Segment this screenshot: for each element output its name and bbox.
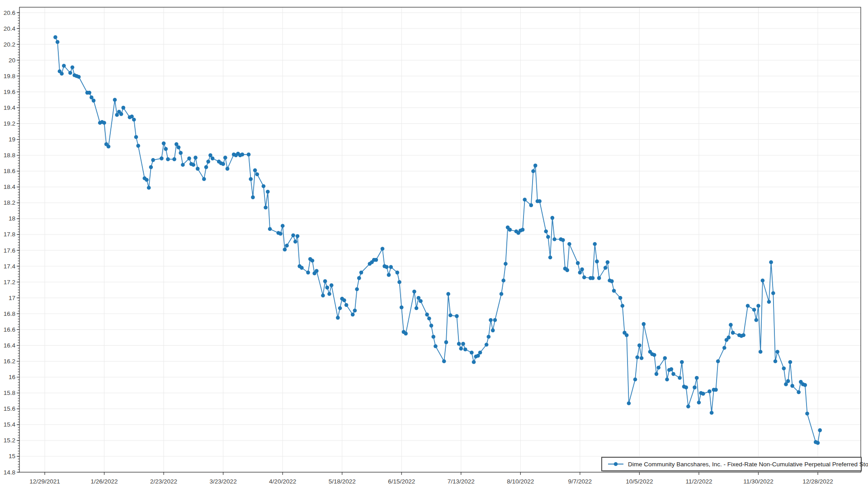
data-point-marker: [172, 157, 176, 161]
data-point-marker: [684, 385, 688, 389]
stock-price-chart-page: 20.620.420.22019.819.619.419.21918.818.6…: [0, 0, 868, 488]
data-point-marker: [531, 169, 535, 173]
x-tick-label: 2/23/2022: [150, 478, 177, 485]
data-point-marker: [752, 308, 756, 312]
data-point-marker: [633, 378, 637, 382]
y-tick-label: 20.4: [4, 25, 16, 32]
data-point-marker: [726, 336, 731, 340]
data-point-marker: [202, 177, 206, 181]
data-point-marker: [149, 165, 153, 169]
x-tick-label: 5/18/2022: [329, 478, 356, 485]
y-tick-label: 17.8: [4, 231, 15, 238]
data-point-marker: [561, 238, 565, 242]
y-tick-label: 15.2: [4, 437, 15, 444]
data-point-marker: [652, 353, 656, 357]
data-point-marker: [714, 388, 718, 392]
data-point-marker: [60, 72, 64, 76]
data-point-marker: [400, 305, 404, 310]
data-point-marker: [604, 266, 608, 270]
x-tick-label: 11/30/2022: [743, 478, 774, 485]
data-point-marker: [175, 142, 179, 146]
x-tick-label: 12/28/2022: [802, 478, 833, 485]
data-point-marker: [508, 228, 512, 232]
y-tick-label: 14.8: [4, 469, 15, 476]
y-tick-label: 19.8: [4, 73, 15, 80]
data-point-marker: [353, 309, 357, 313]
data-point-marker: [164, 147, 168, 151]
price-line-chart[interactable]: 20.620.420.22019.819.619.419.21918.818.6…: [0, 0, 868, 488]
legend-series-label: Dime Community Bancshares, Inc. - Fixed-…: [628, 461, 868, 468]
data-point-marker: [529, 203, 533, 207]
data-point-marker: [606, 260, 610, 264]
data-point-marker: [544, 230, 548, 234]
x-tick-label: 1/26/2022: [91, 478, 118, 485]
data-point-marker: [455, 314, 459, 318]
data-point-marker: [71, 66, 75, 70]
y-tick-label: 15: [9, 453, 15, 460]
data-point-marker: [296, 234, 300, 238]
data-point-marker: [637, 343, 642, 347]
data-point-marker: [429, 324, 434, 328]
data-point-marker: [593, 242, 597, 246]
y-tick-label: 15.8: [4, 389, 15, 396]
data-point-marker: [786, 379, 790, 383]
legend[interactable]: Dime Community Bancshares, Inc. - Fixed-…: [602, 457, 868, 472]
data-point-marker: [552, 237, 557, 241]
x-tick-label: 7/13/2022: [448, 478, 475, 485]
x-tick-label: 3/23/2022: [210, 478, 237, 485]
data-point-marker: [610, 279, 614, 283]
data-point-marker: [771, 291, 775, 295]
data-point-marker: [419, 299, 423, 303]
y-tick-label: 16: [9, 374, 15, 380]
data-point-marker: [769, 260, 773, 264]
data-point-marker: [115, 113, 119, 117]
data-point-marker: [266, 190, 270, 194]
data-point-marker: [145, 178, 149, 182]
data-point-marker: [565, 268, 569, 272]
data-point-marker: [504, 262, 508, 266]
data-point-marker: [761, 278, 765, 282]
data-point-marker: [264, 206, 268, 210]
data-point-marker: [192, 163, 196, 167]
data-point-marker: [621, 304, 625, 308]
data-point-marker: [291, 233, 295, 237]
data-point-marker: [722, 346, 726, 350]
data-point-marker: [448, 314, 453, 318]
data-point-marker: [686, 404, 690, 408]
data-point-marker: [285, 244, 289, 248]
price-line: [56, 37, 820, 443]
y-tick-label: 17.4: [4, 263, 16, 270]
data-point-marker: [68, 71, 72, 75]
x-tick-label: 10/5/2022: [626, 478, 653, 485]
data-point-marker: [695, 376, 699, 380]
data-point-marker: [136, 144, 140, 148]
data-point-marker: [397, 280, 401, 284]
data-point-marker: [741, 333, 745, 337]
y-tick-label: 15.4: [4, 421, 16, 428]
y-tick-label: 15.6: [4, 405, 15, 412]
data-point-marker: [618, 296, 623, 300]
data-point-marker: [381, 247, 385, 251]
data-point-marker: [487, 335, 491, 339]
data-point-marker: [336, 316, 340, 320]
data-point-marker: [262, 184, 266, 188]
data-point-marker: [396, 271, 400, 275]
data-point-marker: [595, 259, 599, 263]
y-tick-label: 18.4: [4, 183, 16, 190]
data-point-marker: [281, 224, 285, 228]
x-tick-label: 6/15/2022: [388, 478, 415, 485]
data-point-marker: [306, 271, 310, 275]
data-point-marker: [642, 322, 646, 326]
data-point-marker: [166, 157, 170, 161]
data-point-marker: [446, 292, 450, 296]
data-point-marker: [759, 350, 763, 354]
data-point-marker: [521, 228, 525, 232]
data-point-marker: [357, 276, 361, 280]
data-point-marker: [247, 153, 251, 157]
data-point-marker: [716, 359, 720, 363]
data-point-marker: [485, 343, 489, 347]
data-point-marker: [255, 172, 259, 176]
x-tick-label: 9/7/2022: [568, 478, 592, 485]
data-point-marker: [457, 342, 461, 346]
data-point-marker: [708, 389, 712, 394]
